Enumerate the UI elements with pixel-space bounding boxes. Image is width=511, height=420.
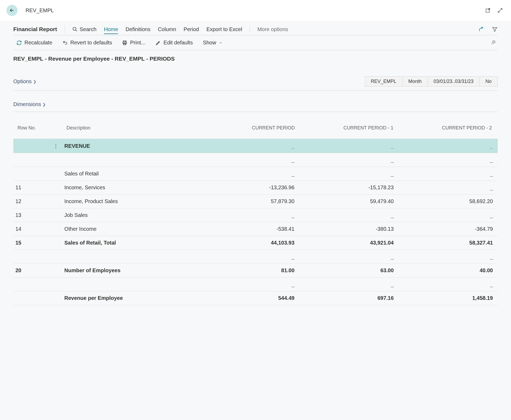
cell-rowno: 15 [13, 237, 51, 249]
arrow-left-icon [9, 7, 15, 13]
cell-current-period: -538.41 [200, 223, 299, 235]
cell-current-period: _ [200, 209, 299, 221]
cell-current-period: 57,879.30 [200, 195, 299, 208]
table-header: Row No. Description CURRENT PERIOD CURRE… [13, 119, 498, 139]
show-dropdown[interactable]: Show [203, 40, 223, 46]
cell-description: Income, Product Sales [61, 195, 200, 208]
cell-current-period-2: 58,327.41 [399, 237, 498, 249]
undo-icon [62, 40, 68, 45]
tab-column[interactable]: Column [158, 26, 176, 32]
cell-description: Sales of Retail, Total [61, 237, 200, 249]
refresh-icon [16, 40, 22, 45]
table-row[interactable]: 20Number of Employees81.0063.0040.00 [13, 264, 498, 278]
more-options-action[interactable]: More options [257, 26, 288, 32]
cell-rowno: 13 [13, 209, 51, 221]
cell-rowno: 14 [13, 223, 51, 235]
cell-current-period-1: _ [299, 167, 399, 180]
options-pill-flag[interactable]: No [480, 76, 498, 87]
row-menu-icon [51, 226, 61, 232]
cell-current-period-2: _ [399, 140, 498, 152]
ribbon: Financial Report Search Home Definitions… [13, 23, 498, 35]
table-row[interactable]: ___ [13, 278, 498, 291]
dimensions-panel: Dimensions ❯ [13, 101, 498, 112]
search-action[interactable]: Search [72, 26, 97, 32]
cell-current-period: 81.00 [200, 264, 299, 277]
tab-period[interactable]: Period [184, 26, 199, 32]
row-menu-icon[interactable]: ⋮ [51, 140, 61, 152]
col-description[interactable]: Description [63, 122, 201, 134]
filter-icon[interactable] [492, 26, 498, 32]
row-menu-icon [51, 240, 61, 246]
options-pill-period-type[interactable]: Month [403, 76, 428, 87]
chevron-down-icon [219, 41, 223, 45]
edit-defaults-button[interactable]: Edit defaults [156, 40, 193, 46]
chevron-right-icon: ❯ [33, 79, 36, 84]
title-bar: REV_EMPL [0, 0, 511, 21]
cell-current-period-2: _ [399, 181, 498, 194]
separator [250, 26, 250, 33]
cell-current-period: _ [200, 250, 299, 263]
tab-definitions[interactable]: Definitions [125, 26, 150, 32]
popout-icon[interactable] [485, 7, 491, 13]
row-menu-icon [51, 171, 61, 177]
table-row[interactable]: Revenue per Employee544.49697.161,458.19 [13, 291, 498, 305]
col-current-period-1[interactable]: CURRENT PERIOD - 1 [300, 122, 398, 134]
col-current-period[interactable]: CURRENT PERIOD [201, 122, 300, 134]
recalculate-button[interactable]: Recalculate [16, 40, 52, 46]
table-row[interactable]: ___ [13, 250, 498, 264]
toolbar: Recalculate Revert to defaults Print... … [13, 35, 498, 50]
revert-button[interactable]: Revert to defaults [62, 40, 112, 46]
options-panel: Options ❯ REV_EMPL Month 03/01/23..03/31… [13, 73, 498, 91]
cell-current-period-1: 59,479.40 [299, 195, 399, 208]
table-row[interactable]: ___ [13, 153, 498, 167]
cell-current-period-1: _ [299, 278, 399, 291]
report-subtitle: REV_EMPL - Revenue per Employee - REV_EM… [13, 50, 498, 65]
cell-description: Sales of Retail [61, 167, 200, 180]
options-toggle[interactable]: Options ❯ [13, 78, 36, 85]
search-icon [72, 27, 78, 32]
table-row[interactable]: 15Sales of Retail, Total44,103.9343,921.… [13, 236, 498, 250]
cell-description: Income, Services [61, 181, 200, 194]
table-row[interactable]: Sales of Retail___ [13, 167, 498, 181]
table-row[interactable]: 14Other Income-538.41-380.13-364.79 [13, 222, 498, 236]
cell-current-period-1: _ [299, 209, 399, 221]
back-button[interactable] [6, 5, 18, 16]
cell-current-period-1: _ [299, 154, 399, 166]
pin-icon[interactable] [491, 39, 497, 45]
cell-current-period-2: _ [399, 167, 498, 180]
options-pills: REV_EMPL Month 03/01/23..03/31/23 No [365, 76, 498, 87]
row-menu-icon [51, 198, 61, 205]
table-row[interactable]: 12Income, Product Sales57,879.3059,479.4… [13, 195, 498, 208]
cell-description [61, 281, 200, 288]
dimensions-toggle[interactable]: Dimensions ❯ [13, 101, 498, 107]
cell-current-period-2: 58,692.20 [399, 195, 498, 208]
cell-current-period-1: 697.16 [299, 292, 399, 304]
export-excel-action[interactable]: Export to Excel [206, 26, 242, 32]
cell-current-period-1: 63.00 [299, 264, 399, 277]
tab-home[interactable]: Home [104, 26, 118, 34]
col-current-period-2[interactable]: CURRENT PERIOD - 2 [398, 122, 497, 134]
table-row[interactable]: ⋮REVENUE___ [13, 139, 498, 153]
share-icon[interactable] [479, 26, 484, 32]
cell-current-period: 44,103.93 [200, 237, 299, 249]
row-menu-icon [51, 184, 61, 191]
cell-current-period-1: 43,921.04 [299, 237, 399, 249]
cell-current-period-1: _ [299, 140, 399, 152]
cell-rowno: 20 [13, 264, 51, 277]
cell-description: Other Income [61, 223, 200, 235]
ribbon-title: Financial Report [13, 26, 57, 32]
print-button[interactable]: Print... [122, 40, 145, 46]
options-pill-code[interactable]: REV_EMPL [365, 76, 403, 87]
cell-description [61, 254, 200, 260]
table-row[interactable]: 11Income, Services-13,236.96-15,178.23_ [13, 181, 498, 195]
options-pill-date-range[interactable]: 03/01/23..03/31/23 [428, 76, 480, 87]
cell-current-period: -13,236.96 [200, 181, 299, 194]
table-row[interactable]: 13Job Sales___ [13, 208, 498, 222]
cell-current-period-2: _ [399, 250, 498, 263]
expand-icon[interactable] [497, 7, 503, 13]
cell-description: Revenue per Employee [61, 292, 200, 304]
cell-rowno [13, 295, 51, 301]
cell-current-period-2: -364.79 [399, 223, 498, 235]
col-rowno[interactable]: Row No. [15, 122, 53, 134]
cell-description [61, 157, 200, 163]
